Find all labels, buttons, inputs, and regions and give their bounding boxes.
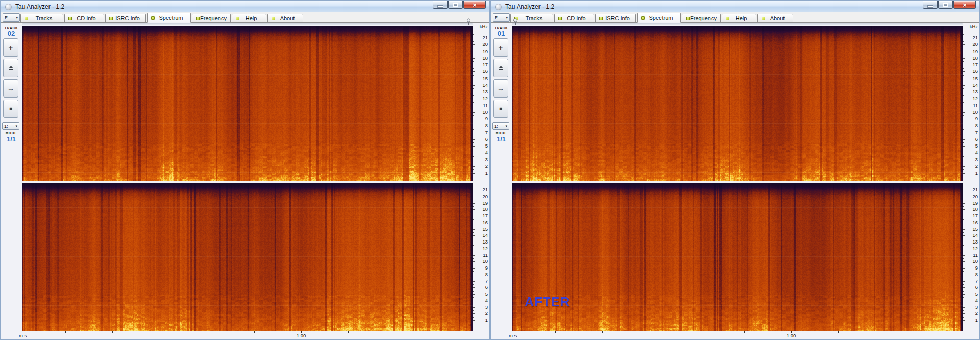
spectrogram-right-channel[interactable] bbox=[512, 183, 963, 331]
freq-minor-tick bbox=[473, 232, 474, 233]
tab-help[interactable]: Help bbox=[722, 14, 756, 22]
freq-tick-label: 6 bbox=[479, 285, 488, 290]
freq-tick-label: 3 bbox=[479, 157, 488, 162]
close-button[interactable]: × bbox=[953, 1, 976, 9]
freq-minor-tick bbox=[963, 88, 964, 89]
tab-flag-icon bbox=[196, 17, 200, 20]
freq-minor-tick bbox=[473, 278, 474, 278]
freq-minor-tick bbox=[963, 48, 964, 48]
tab-bar: TracksCD InfoISRC InfoSpectrumFrequencyH… bbox=[1, 12, 489, 23]
freq-tick-label: 4 bbox=[479, 150, 488, 155]
freq-minor-tick bbox=[473, 258, 474, 259]
position-track[interactable] bbox=[22, 23, 473, 25]
freq-tick-label: 5 bbox=[479, 143, 488, 149]
freq-major-tick bbox=[473, 126, 475, 126]
mode-value: 1/1 bbox=[2, 135, 20, 143]
stop-button[interactable]: ■ bbox=[493, 100, 508, 118]
freq-minor-tick bbox=[473, 297, 474, 298]
tab-label: Frequency bbox=[196, 15, 227, 21]
stop-button[interactable]: ■ bbox=[3, 100, 18, 118]
play-button[interactable]: → bbox=[3, 79, 18, 98]
mode-selector[interactable]: 1: ▾ bbox=[492, 122, 509, 130]
tab-spectrum[interactable]: Spectrum bbox=[637, 13, 681, 23]
time-tick bbox=[650, 331, 650, 333]
tab-flag-icon bbox=[151, 16, 155, 20]
tab-about[interactable]: About bbox=[267, 14, 303, 22]
freq-major-tick bbox=[473, 242, 475, 242]
freq-major-tick bbox=[473, 166, 475, 167]
freq-minor-tick bbox=[963, 129, 964, 130]
tab-label: CD Info bbox=[562, 15, 585, 21]
freq-tick-label: 5 bbox=[969, 292, 978, 297]
spectrogram-left-channel[interactable] bbox=[512, 26, 963, 181]
freq-tick-label: 15 bbox=[969, 227, 978, 232]
freq-tick-label: 18 bbox=[969, 207, 978, 212]
drive-selector[interactable]: E: ▾ bbox=[3, 13, 20, 22]
tab-about[interactable]: About bbox=[757, 14, 793, 22]
freq-minor-tick bbox=[473, 68, 474, 69]
tab-label: ISRC Info bbox=[111, 15, 140, 21]
freq-tick-label: 17 bbox=[479, 62, 488, 67]
tab-frequency[interactable]: Frequency bbox=[192, 14, 231, 22]
freq-tick-label: 14 bbox=[969, 233, 978, 238]
maximize-button[interactable] bbox=[938, 1, 953, 9]
freq-minor-tick bbox=[963, 34, 964, 35]
add-button[interactable]: + bbox=[3, 38, 18, 57]
minimize-button[interactable] bbox=[433, 1, 448, 9]
drive-selector[interactable]: E: ▾ bbox=[493, 13, 510, 22]
tab-cd-info[interactable]: CD Info bbox=[64, 14, 104, 22]
tab-isrc-info[interactable]: ISRC Info bbox=[105, 14, 146, 22]
tab-isrc-info[interactable]: ISRC Info bbox=[595, 14, 636, 22]
freq-major-tick bbox=[963, 320, 965, 321]
freq-minor-tick bbox=[963, 284, 964, 285]
freq-tick-label: 7 bbox=[479, 279, 488, 284]
freq-tick-label: 17 bbox=[969, 213, 978, 218]
tab-flag-icon bbox=[24, 17, 28, 20]
add-button[interactable]: + bbox=[493, 38, 508, 57]
tab-tracks[interactable]: Tracks bbox=[20, 14, 63, 22]
freq-minor-tick bbox=[473, 245, 474, 246]
titlebar[interactable]: Tau Analyzer - 1.2 × bbox=[1, 1, 489, 12]
freq-minor-tick bbox=[963, 41, 964, 42]
freq-minor-tick bbox=[963, 68, 964, 69]
freq-minor-tick bbox=[963, 317, 964, 318]
titlebar[interactable]: Tau Analyzer - 1.2 × bbox=[491, 1, 979, 12]
freq-minor-tick bbox=[963, 55, 964, 55]
tab-frequency[interactable]: Frequency bbox=[682, 14, 721, 22]
track-number: 02 bbox=[2, 30, 20, 37]
time-tick bbox=[933, 331, 933, 333]
freq-major-tick bbox=[963, 287, 965, 288]
tab-label: Tracks bbox=[522, 15, 543, 21]
spectrogram-left-channel[interactable] bbox=[22, 26, 473, 181]
freq-major-tick bbox=[963, 301, 965, 301]
eject-button[interactable] bbox=[493, 59, 508, 77]
play-button[interactable]: → bbox=[493, 79, 508, 98]
freq-minor-tick bbox=[473, 88, 474, 89]
client-area: TRACK 02 + → ■ 1: ▾ MODE 1/1 bbox=[1, 23, 489, 339]
time-tick bbox=[348, 331, 349, 333]
spectrogram-right-channel[interactable] bbox=[22, 183, 473, 331]
tab-label: Help bbox=[241, 15, 257, 21]
close-button[interactable]: × bbox=[463, 1, 486, 9]
freq-minor-tick bbox=[963, 213, 964, 213]
freq-tick-label: 16 bbox=[969, 69, 978, 74]
maximize-button[interactable] bbox=[448, 1, 463, 9]
freq-tick-label: 20 bbox=[969, 42, 978, 47]
track-number: 01 bbox=[492, 30, 510, 37]
minimize-button[interactable] bbox=[923, 1, 938, 9]
tab-help[interactable]: Help bbox=[232, 14, 266, 22]
playback-position-marker[interactable] bbox=[466, 18, 471, 26]
spectrum-panel: AFTER kHz 212019181716151413121110987654… bbox=[511, 23, 979, 339]
freq-tick-label: 2 bbox=[479, 311, 488, 316]
eject-button[interactable] bbox=[3, 59, 18, 77]
position-track[interactable] bbox=[512, 23, 963, 25]
freq-minor-tick bbox=[963, 232, 964, 233]
tab-cd-info[interactable]: CD Info bbox=[554, 14, 594, 22]
freq-tick-label: 5 bbox=[479, 292, 488, 297]
tab-spectrum[interactable]: Spectrum bbox=[147, 13, 191, 23]
playback-position-marker[interactable] bbox=[513, 18, 518, 26]
freq-major-tick bbox=[963, 313, 965, 314]
mode-selector[interactable]: 1: ▾ bbox=[2, 122, 19, 130]
freq-tick-label: 20 bbox=[969, 194, 978, 199]
freq-major-tick bbox=[473, 38, 475, 38]
